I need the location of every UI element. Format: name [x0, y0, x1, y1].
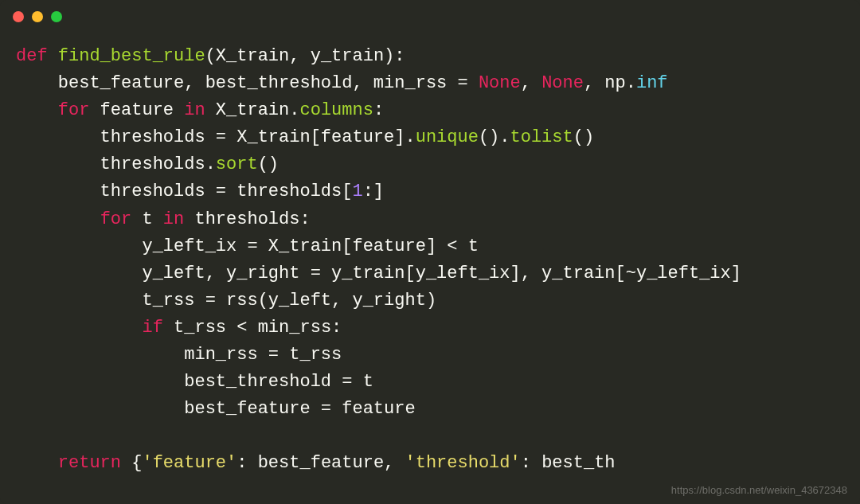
line-4: thresholds = X_train[feature].unique().t…	[16, 127, 594, 147]
watermark: https://blog.csdn.net/weixin_43672348	[671, 484, 847, 496]
close-icon[interactable]	[13, 11, 24, 22]
line-7: for t in thresholds:	[16, 209, 311, 229]
line-13: best_threshold = t	[16, 372, 373, 392]
line-9: y_left, y_right = y_train[y_left_ix], y_…	[16, 264, 741, 283]
code-window: def find_best_rule(X_train, y_train): be…	[0, 0, 860, 504]
function-name: find_best_rule	[58, 46, 205, 66]
line-1: def find_best_rule(X_train, y_train):	[16, 46, 405, 66]
line-11: if t_rss < min_rss:	[16, 318, 342, 338]
code-block: def find_best_rule(X_train, y_train): be…	[0, 27, 860, 478]
minimize-icon[interactable]	[32, 11, 43, 22]
line-6: thresholds = thresholds[1:]	[16, 182, 384, 201]
line-16: return {'feature': best_feature, 'thresh…	[16, 453, 616, 473]
keyword-def: def	[16, 46, 48, 66]
line-5: thresholds.sort()	[16, 154, 279, 174]
params: (X_train, y_train):	[205, 46, 405, 66]
maximize-icon[interactable]	[51, 11, 62, 22]
line-12: min_rss = t_rss	[16, 345, 342, 365]
window-titlebar	[0, 0, 860, 27]
line-3: for feature in X_train.columns:	[16, 100, 384, 120]
line-14: best_feature = feature	[16, 399, 416, 419]
line-10: t_rss = rss(y_left, y_right)	[16, 291, 436, 311]
line-2: best_feature, best_threshold, min_rss = …	[16, 73, 668, 93]
line-8: y_left_ix = X_train[feature] < t	[16, 236, 479, 256]
